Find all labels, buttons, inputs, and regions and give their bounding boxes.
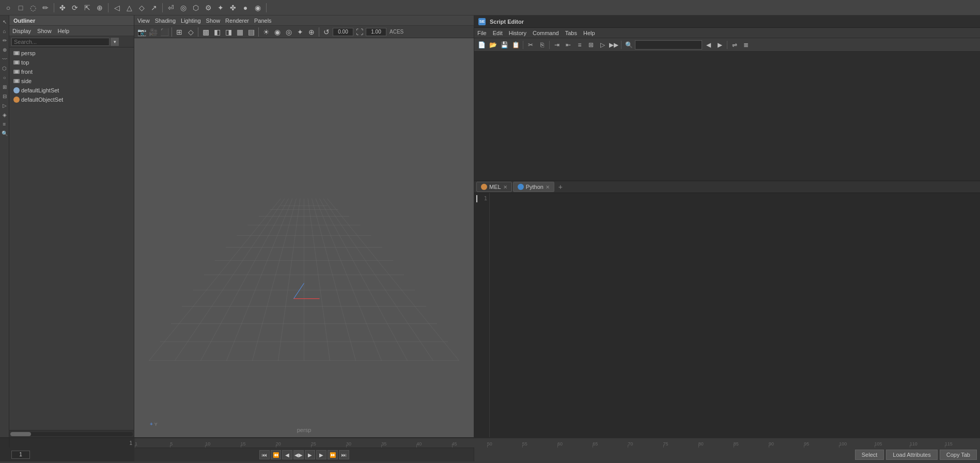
toolbar-icon-render7[interactable]: ◉ (253, 3, 263, 13)
outliner-item-top[interactable]: ▦ top (9, 58, 134, 67)
pb-step-back[interactable]: ◀ (282, 450, 292, 459)
se-tool-indent2[interactable]: ⇤ (563, 40, 573, 50)
se-tool-save[interactable]: 💾 (499, 40, 509, 50)
search-dropdown[interactable]: ▾ (111, 38, 119, 46)
toolbar-icon-scale[interactable]: ⇱ (82, 3, 92, 13)
left-icon-rigging[interactable]: ⊟ (1, 92, 9, 100)
se-menu-command[interactable]: Command (533, 30, 559, 36)
se-tab-mel-close[interactable]: ✕ (503, 184, 507, 190)
toolbar-icon-snap3[interactable]: ◇ (136, 3, 147, 13)
vp-tool-camera[interactable]: 📷 (136, 27, 147, 37)
vp-tool-light1[interactable]: ☀ (261, 27, 271, 37)
vp-tool-deform[interactable]: ◇ (185, 27, 196, 37)
se-tool-search-icon[interactable]: 🔍 (624, 40, 634, 50)
viewport-menu-lighting[interactable]: Lighting (181, 18, 201, 24)
timeline[interactable]: 1 15101520253035404550556065707580859095… (0, 438, 980, 448)
se-tab-python-close[interactable]: ✕ (546, 184, 550, 190)
se-output[interactable] (474, 52, 980, 181)
se-tool-saveas[interactable]: 📋 (510, 40, 521, 50)
toolbar-icon-render3[interactable]: ⚙ (203, 3, 213, 13)
left-icon-anim[interactable]: ▷ (1, 101, 9, 109)
pb-play-back[interactable]: ◀▶ (293, 450, 304, 459)
viewport-menu-shading[interactable]: Shading (155, 18, 176, 24)
toolbar-icon-render5[interactable]: ✤ (228, 3, 238, 13)
pb-goto-end[interactable]: ⏭ (339, 450, 349, 459)
pb-next-key[interactable]: ⏩ (328, 450, 338, 459)
se-tool-lineno[interactable]: ≣ (741, 40, 751, 50)
left-icon-deform[interactable]: ⊞ (1, 83, 9, 91)
vp-tool-shading3[interactable]: ◨ (223, 27, 234, 37)
outliner-item-front[interactable]: ▦ front (9, 67, 134, 76)
toolbar-icon-render1[interactable]: ◎ (178, 3, 189, 13)
se-menu-history[interactable]: History (509, 30, 526, 36)
scroll-thumb[interactable] (10, 432, 31, 436)
toolbar-icon-render4[interactable]: ✦ (215, 3, 226, 13)
toolbar-icon-snap4[interactable]: ↗ (149, 3, 159, 13)
se-tool-search-prev[interactable]: ◀ (703, 40, 713, 50)
outliner-menu-show[interactable]: Show (37, 28, 52, 34)
left-icon-poly[interactable]: ⬡ (1, 64, 9, 72)
toolbar-icon-move[interactable]: ✤ (57, 3, 68, 13)
vp-tool-snap[interactable]: ⊞ (174, 27, 184, 37)
toolbar-icon-lasso[interactable]: ◌ (28, 3, 38, 13)
vp-tool-shading4[interactable]: ▦ (235, 27, 245, 37)
viewport-menu-panels[interactable]: Panels (254, 18, 272, 24)
se-tool-run-all[interactable]: ▶▶ (609, 40, 619, 50)
outliner-item-defaultlightset[interactable]: defaultLightSet (9, 86, 134, 95)
left-icon-nurbs[interactable]: ○ (1, 73, 9, 82)
toolbar-icon-transform[interactable]: ⊕ (95, 3, 105, 13)
search-input[interactable] (11, 38, 110, 46)
vp-tool-shading2[interactable]: ◧ (212, 27, 222, 37)
se-code-area[interactable] (490, 193, 980, 437)
se-tab-python[interactable]: Python ✕ (513, 182, 554, 192)
vp-tool-light5[interactable]: ⊕ (306, 27, 317, 37)
toolbar-icon-paint[interactable]: ✏ (40, 3, 51, 13)
vp-tool-light2[interactable]: ◉ (272, 27, 283, 37)
toolbar-icon-rotate[interactable]: ⟳ (70, 3, 80, 13)
se-tool-new[interactable]: 📄 (476, 40, 487, 50)
outliner-scrollbar[interactable] (9, 430, 134, 437)
left-icon-select[interactable]: ↖ (1, 18, 9, 26)
vp-val-1[interactable] (366, 28, 386, 36)
se-menu-help[interactable]: Help (583, 30, 595, 36)
se-tool-open[interactable]: 📂 (488, 40, 498, 50)
left-icon-paint[interactable]: ✏ (1, 36, 9, 44)
se-tool-cut[interactable]: ✂ (525, 40, 536, 50)
viewport[interactable]: persp + Y (134, 38, 474, 437)
se-search-input[interactable] (635, 40, 702, 50)
vp-icon-cam-alt[interactable]: ⛶ (354, 27, 365, 37)
se-tab-add[interactable]: + (555, 182, 566, 192)
vp-val-0[interactable] (333, 28, 353, 36)
vp-tool-cam3[interactable]: ⬛ (159, 27, 169, 37)
se-tool-comment[interactable]: ≡ (574, 40, 585, 50)
outliner-item-defaultobjectset[interactable]: defaultObjectSet (9, 95, 134, 104)
left-icon-search[interactable]: 🔍 (1, 129, 9, 137)
outliner-menu-help[interactable]: Help (58, 28, 70, 34)
se-btn-select[interactable]: Select (855, 450, 884, 460)
toolbar-icon-box[interactable]: □ (15, 3, 26, 13)
left-icon-render[interactable]: ◈ (1, 110, 9, 119)
toolbar-icon-render2[interactable]: ⬡ (191, 3, 201, 13)
toolbar-icon-select[interactable]: ○ (3, 3, 13, 13)
vp-tool-light3[interactable]: ◎ (284, 27, 294, 37)
vp-icon-rotate[interactable]: ↺ (321, 27, 332, 37)
outliner-item-persp[interactable]: ▦ persp (9, 49, 134, 58)
se-tool-indent1[interactable]: ⇥ (552, 40, 562, 50)
se-tool-wrap[interactable]: ⇌ (729, 40, 740, 50)
se-tool-run[interactable]: ▷ (597, 40, 608, 50)
viewport-menu-show[interactable]: Show (206, 18, 221, 24)
viewport-menu-view[interactable]: View (137, 18, 150, 24)
left-icon-sculpt[interactable]: ⊕ (1, 45, 9, 54)
current-frame-input[interactable] (11, 451, 30, 459)
pb-step-fwd[interactable]: ▶ (316, 450, 326, 459)
se-btn-copy-tab[interactable]: Copy Tab (940, 450, 977, 460)
pb-prev-key[interactable]: ⏪ (271, 450, 281, 459)
toolbar-icon-render6[interactable]: ● (240, 3, 251, 13)
pb-play[interactable]: ▶ (305, 450, 315, 459)
outliner-item-side[interactable]: ▦ side (9, 76, 134, 86)
se-tab-mel[interactable]: MEL ✕ (476, 182, 512, 192)
viewport-menu-renderer[interactable]: Renderer (225, 18, 249, 24)
se-menu-file[interactable]: File (477, 30, 487, 36)
pb-goto-start[interactable]: ⏮ (259, 450, 270, 459)
se-editor[interactable]: 1 (474, 193, 980, 437)
